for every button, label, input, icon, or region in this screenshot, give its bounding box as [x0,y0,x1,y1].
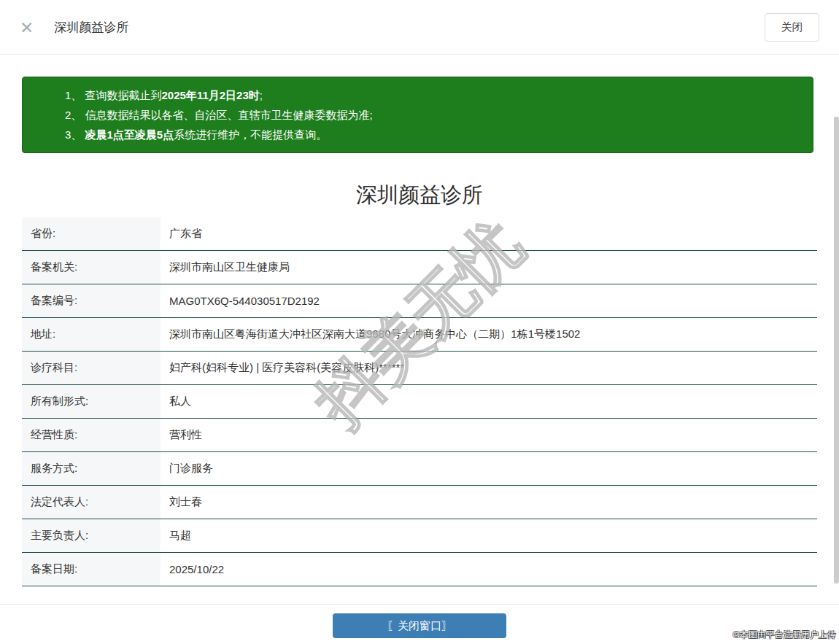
row-label: 备案编号: [22,284,161,317]
table-row: 所有制形式:私人 [22,385,817,419]
close-button[interactable]: 关闭 [765,13,819,42]
table-row: 主要负责人:马超 [22,519,817,553]
notice-list: 1、 查询数据截止到2025年11月2日23时;2、 信息数据结果以各省、自治区… [65,85,798,144]
table-row: 地址:深圳市南山区粤海街道大冲社区深南大道9680号大冲商务中心（二期）1栋1号… [22,318,817,352]
page-title: 深圳颜益诊所 [0,180,839,210]
table-row: 备案机关:深圳市南山区卫生健康局 [22,251,817,284]
notice-line: 1、 查询数据截止到2025年11月2日23时; [65,85,798,105]
row-label: 备案日期: [22,553,161,586]
table-row: 法定代表人:刘士春 [22,486,817,519]
info-table: 省份:广东省备案机关:深圳市南山区卫生健康局备案编号:MAG0TX6Q-5440… [22,217,817,586]
close-window-button[interactable]: 〖关闭窗口〗 [333,613,506,638]
row-value: 妇产科(妇科专业) | 医疗美容科(美容皮肤科)****** [161,352,817,384]
row-value: MAG0TX6Q-544030517D2192 [161,284,817,317]
row-value: 马超 [161,519,817,552]
table-row: 备案日期:2025/10/22 [22,553,817,586]
row-value: 私人 [161,385,817,418]
row-value: 2025/10/22 [161,553,817,586]
row-value: 深圳市南山区卫生健康局 [161,251,817,284]
row-value: 刘士春 [161,486,817,519]
close-icon[interactable]: ✕ [20,20,34,36]
top-bar: ✕ 深圳颜益诊所 关闭 [0,0,839,55]
row-value: 深圳市南山区粤海街道大冲社区深南大道9680号大冲商务中心（二期）1栋1号楼15… [161,318,817,351]
row-label: 诊疗科目: [22,352,161,384]
table-row: 省份:广东省 [22,217,817,251]
row-label: 主要负责人: [22,519,161,552]
row-label: 地址: [22,318,161,351]
vertical-scrollbar[interactable] [834,117,839,583]
row-label: 省份: [22,217,161,250]
table-row: 服务方式:门诊服务 [22,452,817,486]
row-label: 服务方式: [22,452,161,485]
row-value: 营利性 [161,419,817,451]
upload-credit: ©本图由平台注册用户上传 [733,629,836,640]
row-label: 备案机关: [22,251,161,284]
window-title: 深圳颜益诊所 [54,19,128,36]
row-value: 门诊服务 [161,452,817,485]
table-row: 经营性质:营利性 [22,419,817,452]
table-row: 诊疗科目:妇产科(妇科专业) | 医疗美容科(美容皮肤科)****** [22,352,817,385]
notice-line: 3、 凌晨1点至凌晨5点系统进行维护，不能提供查询。 [65,125,798,144]
row-label: 所有制形式: [22,385,161,418]
row-label: 经营性质: [22,419,161,451]
table-row: 备案编号:MAG0TX6Q-544030517D2192 [22,284,817,318]
notice-banner: 1、 查询数据截止到2025年11月2日23时;2、 信息数据结果以各省、自治区… [22,77,813,153]
row-value: 广东省 [161,217,817,250]
notice-line: 2、 信息数据结果以各省、自治区、直辖市卫生健康委数据为准; [65,105,798,125]
footer: 〖关闭窗口〗 [0,605,839,638]
row-label: 法定代表人: [22,486,161,519]
